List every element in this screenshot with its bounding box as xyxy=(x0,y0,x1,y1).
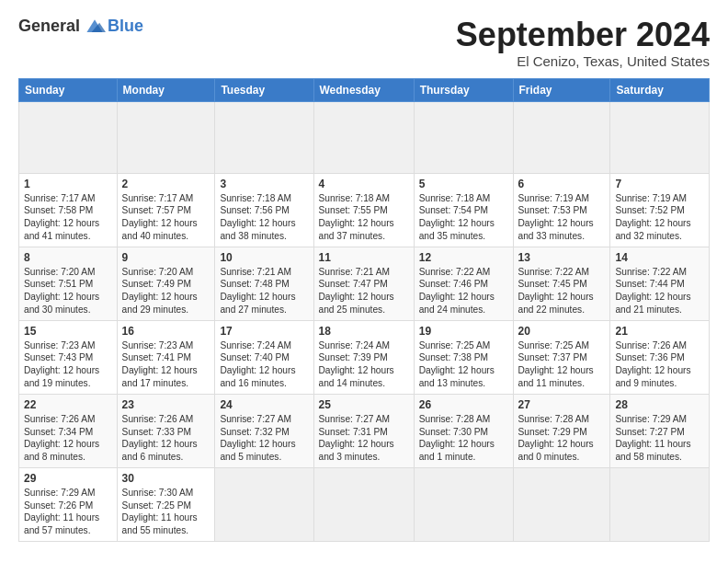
day-detail: Sunrise: 7:26 AM Sunset: 7:34 PM Dayligh… xyxy=(24,413,112,464)
table-row: 6Sunrise: 7:19 AM Sunset: 7:53 PM Daylig… xyxy=(513,173,610,247)
day-number: 4 xyxy=(319,178,409,190)
calendar-header-row: Sunday Monday Tuesday Wednesday Thursday… xyxy=(19,78,710,101)
table-row: 19Sunrise: 7:25 AM Sunset: 7:38 PM Dayli… xyxy=(414,320,513,394)
day-number: 19 xyxy=(419,325,508,338)
day-number: 9 xyxy=(122,251,210,264)
col-wednesday: Wednesday xyxy=(313,78,414,101)
table-row: 15Sunrise: 7:23 AM Sunset: 7:43 PM Dayli… xyxy=(19,320,118,394)
day-detail: Sunrise: 7:18 AM Sunset: 7:56 PM Dayligh… xyxy=(220,192,308,243)
table-row: 26Sunrise: 7:28 AM Sunset: 7:30 PM Dayli… xyxy=(414,394,513,467)
day-detail: Sunrise: 7:19 AM Sunset: 7:53 PM Dayligh… xyxy=(518,192,606,243)
calendar-week-row: 22Sunrise: 7:26 AM Sunset: 7:34 PM Dayli… xyxy=(19,394,710,467)
day-number: 3 xyxy=(220,178,308,190)
calendar-week-row xyxy=(19,101,710,173)
table-row xyxy=(313,101,414,173)
day-detail: Sunrise: 7:24 AM Sunset: 7:39 PM Dayligh… xyxy=(319,339,409,390)
day-detail: Sunrise: 7:22 AM Sunset: 7:44 PM Dayligh… xyxy=(615,266,704,316)
col-thursday: Thursday xyxy=(414,78,513,101)
day-number: 17 xyxy=(220,325,308,338)
day-number: 28 xyxy=(615,398,704,411)
calendar-week-row: 15Sunrise: 7:23 AM Sunset: 7:43 PM Dayli… xyxy=(19,320,710,394)
day-number: 30 xyxy=(122,472,210,485)
day-number: 16 xyxy=(122,325,210,338)
col-saturday: Saturday xyxy=(610,78,710,101)
table-row xyxy=(414,467,513,541)
day-detail: Sunrise: 7:22 AM Sunset: 7:46 PM Dayligh… xyxy=(419,266,508,316)
table-row xyxy=(610,101,710,173)
table-row: 9Sunrise: 7:20 AM Sunset: 7:49 PM Daylig… xyxy=(117,247,215,320)
day-detail: Sunrise: 7:30 AM Sunset: 7:25 PM Dayligh… xyxy=(122,487,210,537)
day-detail: Sunrise: 7:28 AM Sunset: 7:29 PM Dayligh… xyxy=(518,413,606,464)
table-row: 14Sunrise: 7:22 AM Sunset: 7:44 PM Dayli… xyxy=(610,247,710,320)
day-detail: Sunrise: 7:17 AM Sunset: 7:58 PM Dayligh… xyxy=(24,192,112,243)
day-number: 21 xyxy=(615,325,704,338)
table-row: 28Sunrise: 7:29 AM Sunset: 7:27 PM Dayli… xyxy=(610,394,710,467)
day-detail: Sunrise: 7:29 AM Sunset: 7:26 PM Dayligh… xyxy=(24,487,112,537)
table-row xyxy=(215,467,313,541)
table-row: 10Sunrise: 7:21 AM Sunset: 7:48 PM Dayli… xyxy=(215,247,313,320)
col-monday: Monday xyxy=(117,78,215,101)
day-detail: Sunrise: 7:19 AM Sunset: 7:52 PM Dayligh… xyxy=(615,192,704,243)
day-detail: Sunrise: 7:27 AM Sunset: 7:31 PM Dayligh… xyxy=(319,413,409,464)
calendar-week-row: 8Sunrise: 7:20 AM Sunset: 7:51 PM Daylig… xyxy=(19,247,710,320)
table-row: 7Sunrise: 7:19 AM Sunset: 7:52 PM Daylig… xyxy=(610,173,710,247)
table-row: 17Sunrise: 7:24 AM Sunset: 7:40 PM Dayli… xyxy=(215,320,313,394)
day-detail: Sunrise: 7:18 AM Sunset: 7:55 PM Dayligh… xyxy=(319,192,409,243)
table-row: 5Sunrise: 7:18 AM Sunset: 7:54 PM Daylig… xyxy=(414,173,513,247)
day-number: 15 xyxy=(24,325,112,338)
table-row xyxy=(513,467,610,541)
table-row: 21Sunrise: 7:26 AM Sunset: 7:36 PM Dayli… xyxy=(610,320,710,394)
calendar-week-row: 29Sunrise: 7:29 AM Sunset: 7:26 PM Dayli… xyxy=(19,467,710,541)
table-row xyxy=(414,101,513,173)
table-row: 22Sunrise: 7:26 AM Sunset: 7:34 PM Dayli… xyxy=(19,394,118,467)
table-row xyxy=(19,101,118,173)
day-detail: Sunrise: 7:25 AM Sunset: 7:38 PM Dayligh… xyxy=(419,339,508,390)
day-number: 13 xyxy=(518,251,606,264)
title-section: September 2024 El Cenizo, Texas, United … xyxy=(456,17,710,69)
day-number: 24 xyxy=(220,398,308,411)
calendar-table: Sunday Monday Tuesday Wednesday Thursday… xyxy=(18,78,710,542)
day-detail: Sunrise: 7:27 AM Sunset: 7:32 PM Dayligh… xyxy=(220,413,308,464)
day-detail: Sunrise: 7:26 AM Sunset: 7:33 PM Dayligh… xyxy=(122,413,210,464)
table-row: 11Sunrise: 7:21 AM Sunset: 7:47 PM Dayli… xyxy=(313,247,414,320)
day-number: 25 xyxy=(319,398,409,411)
day-number: 1 xyxy=(24,178,112,190)
day-number: 5 xyxy=(419,178,508,190)
day-detail: Sunrise: 7:24 AM Sunset: 7:40 PM Dayligh… xyxy=(220,339,308,390)
table-row: 1Sunrise: 7:17 AM Sunset: 7:58 PM Daylig… xyxy=(19,173,118,247)
day-detail: Sunrise: 7:28 AM Sunset: 7:30 PM Dayligh… xyxy=(419,413,508,464)
table-row xyxy=(513,101,610,173)
day-detail: Sunrise: 7:25 AM Sunset: 7:37 PM Dayligh… xyxy=(518,339,606,390)
table-row: 27Sunrise: 7:28 AM Sunset: 7:29 PM Dayli… xyxy=(513,394,610,467)
col-tuesday: Tuesday xyxy=(215,78,313,101)
day-number: 29 xyxy=(24,472,112,485)
month-title: September 2024 xyxy=(456,17,710,53)
table-row: 29Sunrise: 7:29 AM Sunset: 7:26 PM Dayli… xyxy=(19,467,118,541)
col-friday: Friday xyxy=(513,78,610,101)
logo-icon xyxy=(84,17,106,36)
day-number: 20 xyxy=(518,325,606,338)
day-detail: Sunrise: 7:29 AM Sunset: 7:27 PM Dayligh… xyxy=(615,413,704,464)
day-detail: Sunrise: 7:18 AM Sunset: 7:54 PM Dayligh… xyxy=(419,192,508,243)
page: General Blue September 2024 El Cenizo, T… xyxy=(0,0,728,551)
table-row: 12Sunrise: 7:22 AM Sunset: 7:46 PM Dayli… xyxy=(414,247,513,320)
day-number: 27 xyxy=(518,398,606,411)
day-number: 12 xyxy=(419,251,508,264)
col-sunday: Sunday xyxy=(19,78,118,101)
location: El Cenizo, Texas, United States xyxy=(456,53,710,69)
day-number: 8 xyxy=(24,251,112,264)
day-number: 11 xyxy=(319,251,409,264)
calendar-week-row: 1Sunrise: 7:17 AM Sunset: 7:58 PM Daylig… xyxy=(19,173,710,247)
table-row: 13Sunrise: 7:22 AM Sunset: 7:45 PM Dayli… xyxy=(513,247,610,320)
header: General Blue September 2024 El Cenizo, T… xyxy=(18,17,710,69)
day-detail: Sunrise: 7:23 AM Sunset: 7:41 PM Dayligh… xyxy=(122,339,210,390)
day-number: 18 xyxy=(319,325,409,338)
table-row: 30Sunrise: 7:30 AM Sunset: 7:25 PM Dayli… xyxy=(117,467,215,541)
table-row: 18Sunrise: 7:24 AM Sunset: 7:39 PM Dayli… xyxy=(313,320,414,394)
table-row: 20Sunrise: 7:25 AM Sunset: 7:37 PM Dayli… xyxy=(513,320,610,394)
day-number: 10 xyxy=(220,251,308,264)
day-detail: Sunrise: 7:23 AM Sunset: 7:43 PM Dayligh… xyxy=(24,339,112,390)
day-number: 22 xyxy=(24,398,112,411)
day-detail: Sunrise: 7:21 AM Sunset: 7:48 PM Dayligh… xyxy=(220,266,308,316)
day-detail: Sunrise: 7:20 AM Sunset: 7:51 PM Dayligh… xyxy=(24,266,112,316)
